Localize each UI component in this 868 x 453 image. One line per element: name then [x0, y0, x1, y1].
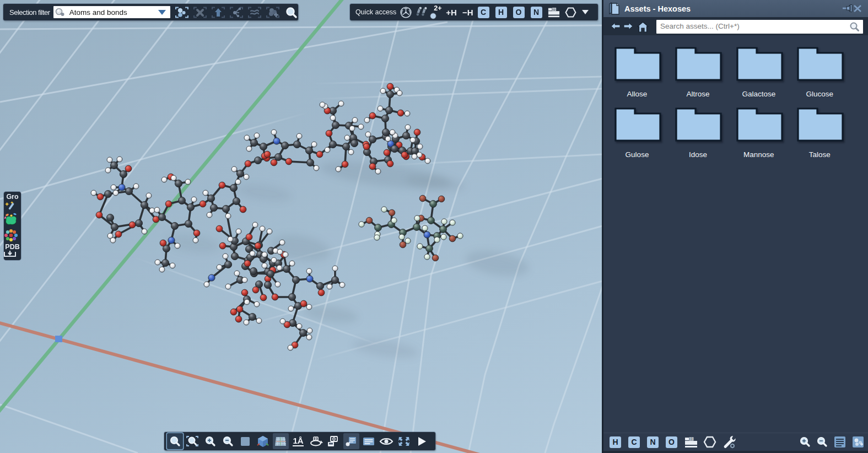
svg-text:H: H [553, 7, 556, 11]
svg-text:H: H [690, 437, 693, 441]
